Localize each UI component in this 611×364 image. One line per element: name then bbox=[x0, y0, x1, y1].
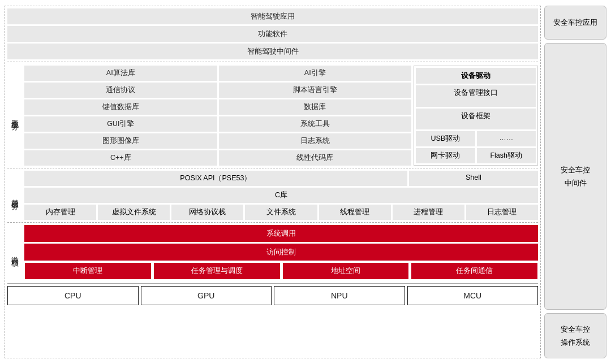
sys-row-3: 键值数据库 数据库 bbox=[24, 99, 411, 115]
sys-tools: 系统工具 bbox=[219, 116, 412, 132]
sys-ai-lib: AI算法库 bbox=[24, 66, 217, 81]
npu-cell: NPU bbox=[274, 286, 405, 305]
app-row-2: 功能软件 bbox=[7, 26, 538, 42]
left-panel: 智能驾驶应用 功能软件 智能驾驶中间件 系统服务 AI算法库 AI引擎 通信协议… bbox=[5, 6, 541, 358]
dev-driver-title: 设备驱动 bbox=[416, 68, 536, 84]
dev-usb: USB驱动 bbox=[416, 131, 475, 146]
micro-content: 系统调用 访问控制 中断管理 任务管理与调度 地址空间 任务间通信 bbox=[24, 225, 538, 280]
dev-mgmt-interface: 设备管理接口 bbox=[416, 85, 536, 107]
interrupt-mgmt: 中断管理 bbox=[24, 262, 152, 280]
net-stack: 网络协议栈 bbox=[171, 205, 243, 220]
dev-nic: 网卡驱动 bbox=[416, 148, 475, 163]
base-row-3: 内存管理 虚拟文件系统 网络协议栈 文件系统 线程管理 进程管理 日志管理 bbox=[24, 205, 538, 220]
base-content: POSIX API（PSE53） Shell C库 内存管理 虚拟文件系统 网络… bbox=[24, 171, 538, 220]
right-bottom-panel: 安全车控操作系统 bbox=[544, 313, 606, 358]
dev-ellipsis: …… bbox=[477, 131, 536, 146]
gpu-cell: GPU bbox=[141, 286, 272, 305]
dev-row-4: 网卡驱动 Flash驱动 bbox=[416, 148, 536, 163]
hardware-row: CPU GPU NPU MCU bbox=[7, 283, 538, 305]
sys-ai-engine: AI引擎 bbox=[219, 66, 412, 81]
dev-row-3: USB驱动 …… bbox=[416, 131, 536, 146]
task-ipc: 任务间通信 bbox=[411, 262, 538, 280]
mem-mgmt: 内存管理 bbox=[24, 205, 96, 220]
sys-log: 日志系统 bbox=[219, 133, 412, 149]
cpu-cell: CPU bbox=[7, 286, 139, 305]
app-row-3: 智能驾驶中间件 bbox=[7, 44, 538, 59]
dev-framework: 设备框架 bbox=[416, 109, 536, 130]
sys-kv-db: 键值数据库 bbox=[24, 99, 217, 115]
sys-row-6: C++库 线性代码库 bbox=[24, 150, 411, 166]
sys-row-1: AI算法库 AI引擎 bbox=[24, 66, 411, 81]
base-row-1: POSIX API（PSE53） Shell bbox=[24, 171, 538, 186]
right-middle-panel: 安全车控中间件 bbox=[544, 43, 606, 310]
sys-row-4: GUI引擎 系统工具 bbox=[24, 116, 411, 132]
access-ctrl: 访问控制 bbox=[24, 244, 538, 261]
mcu-cell: MCU bbox=[407, 286, 539, 305]
sys-gui: GUI引擎 bbox=[24, 116, 217, 132]
base-services: 基础服务 POSIX API（PSE53） Shell C库 内存管理 虚拟文件… bbox=[7, 171, 538, 223]
micro-kernel: 微内核 系统调用 访问控制 中断管理 任务管理与调度 地址空间 任务间通信 bbox=[7, 225, 538, 280]
sys-linear: 线性代码库 bbox=[219, 150, 412, 166]
sys-row-2: 通信协议 脚本语言引擎 bbox=[24, 83, 411, 98]
sys-cpp: C++库 bbox=[24, 150, 217, 166]
vfs: 虚拟文件系统 bbox=[98, 205, 170, 220]
filesystem: 文件系统 bbox=[245, 205, 317, 220]
shell: Shell bbox=[409, 171, 538, 186]
micro-row-3: 中断管理 任务管理与调度 地址空间 任务间通信 bbox=[24, 262, 538, 280]
base-row-2: C库 bbox=[24, 188, 538, 203]
posix-api: POSIX API（PSE53） bbox=[24, 171, 407, 186]
app-row-1: 智能驾驶应用 bbox=[7, 8, 538, 24]
proc-mgmt: 进程管理 bbox=[393, 205, 464, 220]
syscall: 系统调用 bbox=[24, 225, 538, 242]
right-top-panel: 安全车控应用 bbox=[544, 6, 606, 40]
c-lib: C库 bbox=[24, 188, 538, 203]
device-driver-panel: 设备驱动 设备管理接口 设备框架 USB驱动 …… 网卡驱动 Flash驱动 bbox=[414, 66, 538, 166]
log-mgmt: 日志管理 bbox=[466, 205, 538, 220]
top-apps: 智能驾驶应用 功能软件 智能驾驶中间件 bbox=[7, 8, 538, 62]
sys-script-engine: 脚本语言引擎 bbox=[219, 83, 412, 98]
task-sched: 任务管理与调度 bbox=[153, 262, 281, 280]
sys-graphics: 图形图像库 bbox=[24, 133, 217, 149]
sys-services-label: 系统服务 bbox=[7, 66, 22, 166]
safety-middleware-label: 安全车控中间件 bbox=[561, 163, 590, 190]
main-container: 智能驾驶应用 功能软件 智能驾驶中间件 系统服务 AI算法库 AI引擎 通信协议… bbox=[0, 0, 611, 364]
addr-space: 地址空间 bbox=[282, 262, 410, 280]
base-services-label: 基础服务 bbox=[7, 171, 22, 220]
sys-left: AI算法库 AI引擎 通信协议 脚本语言引擎 键值数据库 数据库 GUI引擎 系… bbox=[24, 66, 411, 166]
dev-flash: Flash驱动 bbox=[477, 148, 536, 163]
safety-os-label: 安全车控操作系统 bbox=[561, 323, 590, 349]
safety-app-label: 安全车控应用 bbox=[553, 18, 597, 28]
sys-row-5: 图形图像库 日志系统 bbox=[24, 133, 411, 149]
thread-mgmt: 线程管理 bbox=[319, 205, 391, 220]
system-services: 系统服务 AI算法库 AI引擎 通信协议 脚本语言引擎 键值数据库 数据库 bbox=[7, 66, 538, 168]
micro-kernel-label: 微内核 bbox=[7, 225, 22, 280]
sys-comm-proto: 通信协议 bbox=[24, 83, 217, 98]
right-panel: 安全车控应用 安全车控中间件 安全车控操作系统 bbox=[544, 6, 606, 358]
sys-db: 数据库 bbox=[219, 99, 412, 115]
sys-services-content: AI算法库 AI引擎 通信协议 脚本语言引擎 键值数据库 数据库 GUI引擎 系… bbox=[24, 66, 538, 166]
